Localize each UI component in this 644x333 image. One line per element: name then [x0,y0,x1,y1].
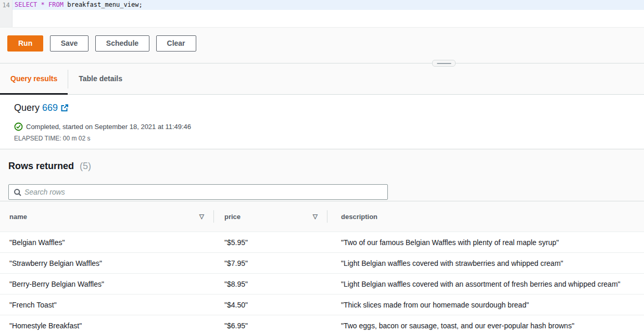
column-header-price[interactable]: price ▽ [213,213,327,221]
rows-returned-heading: Rows returned (5) [0,149,644,172]
query-id-link[interactable]: 669 [42,103,58,113]
cell-name: "French Toast" [0,301,213,309]
query-title: Query 669 [14,103,636,114]
external-link-icon[interactable] [60,104,69,114]
cell-name: "Strawberry Belgian Waffles" [0,259,213,267]
cell-name: "Berry-Berry Belgian Waffles" [0,280,213,288]
results-table-header: name ▽ price ▽ description [0,201,644,232]
space [45,1,48,8]
sql-statement-line[interactable]: SELECT * FROM breakfast_menu_view; [12,0,644,10]
query-toolbar: Run Save Schedule Clear [0,28,644,63]
rows-returned-count: (5) [80,161,91,171]
column-header-description[interactable]: description [327,213,644,221]
cell-name: "Belgian Waffles" [0,238,213,247]
cell-description: "Two of our famous Belgian Waffles with … [327,238,644,247]
sql-identifier: breakfast_menu_view; [67,1,143,8]
table-row[interactable]: "Strawberry Belgian Waffles" "$7.95" "Li… [0,253,644,274]
column-header-name[interactable]: name ▽ [0,213,213,221]
success-check-icon [14,122,23,131]
cell-price: "$7.95" [213,259,327,267]
line-number: 14 [0,2,10,9]
cell-description: "Two eggs, bacon or sausage, toast, and … [327,322,644,330]
clear-button[interactable]: Clear [156,35,196,52]
run-button[interactable]: Run [7,35,43,52]
cell-description: "Thick slices made from our homemade sou… [327,301,644,309]
tab-table-details[interactable]: Table details [68,63,133,95]
tab-query-results[interactable]: Query results [0,63,68,95]
results-tabbar: Query results Table details [0,63,644,95]
query-status-text: Completed, started on September 18, 2021… [26,123,191,131]
schedule-button[interactable]: Schedule [95,35,149,52]
sql-keyword-from: FROM [48,1,64,8]
sql-star-token: * [41,1,45,8]
column-label-price: price [224,213,241,221]
cell-description: "Light Belgian waffles covered with an a… [327,280,644,288]
rows-returned-label: Rows returned [8,161,74,171]
filter-icon[interactable]: ▽ [199,213,204,220]
editor-gutter: 14 [0,0,12,27]
space [37,1,41,8]
search-box[interactable] [8,184,388,200]
rows-returned-section: Rows returned (5) name ▽ price ▽ descrip… [0,149,644,333]
cell-price: "$8.95" [213,280,327,288]
table-row[interactable]: "Homestyle Breakfast" "$6.95" "Two eggs,… [0,315,644,333]
query-status-panel: Query 669 Completed, started on Septembe… [0,95,644,149]
table-row[interactable]: "French Toast" "$4.50" "Thick slices mad… [0,294,644,315]
editor-code-area[interactable]: SELECT * FROM breakfast_menu_view; [12,0,644,27]
elapsed-time-text: ELAPSED TIME: 00 m 02 s [14,135,636,142]
query-title-prefix: Query [14,103,40,113]
save-button[interactable]: Save [50,35,89,52]
splitter-drag-handle[interactable] [432,60,456,67]
cell-price: "$6.95" [213,322,327,330]
column-label-description: description [341,213,377,221]
column-resize-divider[interactable] [327,210,327,223]
sql-editor[interactable]: 14 SELECT * FROM breakfast_menu_view; [0,0,644,28]
column-resize-divider[interactable] [213,210,214,223]
search-rows-input[interactable] [24,185,386,199]
table-row[interactable]: "Berry-Berry Belgian Waffles" "$8.95" "L… [0,274,644,294]
search-icon [14,188,22,197]
cell-description: "Light Belgian waffles covered with stra… [327,259,644,267]
query-status-row: Completed, started on September 18, 2021… [14,122,636,131]
sql-keyword-select: SELECT [15,1,37,8]
panel-splitter [0,63,644,63]
column-label-name: name [9,213,27,221]
search-row-wrap [0,172,644,201]
cell-name: "Homestyle Breakfast" [0,322,213,330]
cell-price: "$5.95" [213,238,327,247]
cell-price: "$4.50" [213,301,327,309]
table-row[interactable]: "Belgian Waffles" "$5.95" "Two of our fa… [0,232,644,253]
filter-icon[interactable]: ▽ [313,213,318,220]
